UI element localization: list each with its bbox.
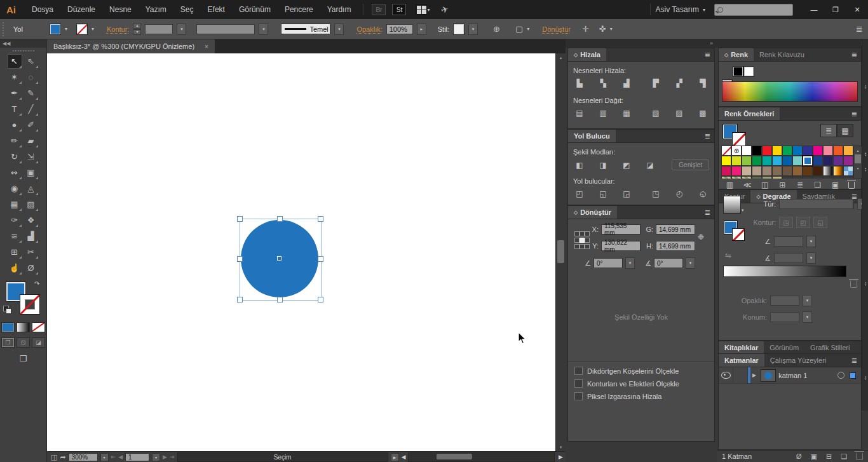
swatch[interactable] — [792, 146, 803, 156]
aspect-ratio-dropdown-icon[interactable]: ▾ — [806, 252, 816, 264]
swatch[interactable] — [782, 166, 792, 176]
swatch[interactable] — [721, 166, 731, 176]
drag-grip[interactable] — [3, 22, 7, 36]
expand-layer-icon[interactable]: ▶ — [750, 372, 758, 378]
gradient-angle-dropdown-icon[interactable]: ▾ — [806, 236, 816, 247]
swatch[interactable] — [731, 176, 742, 179]
gradient-type-select[interactable] — [779, 199, 854, 209]
stroke-dropdown-icon[interactable]: ▾ — [92, 26, 94, 32]
zoom-tool[interactable]: Ø — [24, 261, 39, 275]
stop-location-dropdown-icon[interactable]: ▾ — [803, 311, 812, 323]
menu-item[interactable]: Yazım — [139, 5, 173, 14]
selection-handle[interactable] — [237, 216, 243, 222]
align-left-icon[interactable]: ▙ — [573, 78, 586, 88]
swatch[interactable] — [833, 156, 843, 166]
swatch[interactable] — [731, 156, 742, 166]
gpu-performance-icon[interactable]: ✈ — [440, 4, 450, 16]
hand-tool[interactable]: ☝ — [7, 261, 22, 275]
layer-thumbnail[interactable] — [761, 369, 776, 382]
scroll-down-icon[interactable]: ▾ — [854, 164, 862, 172]
resize-arrows-icon[interactable]: ▴▾ — [863, 151, 868, 156]
height-input[interactable]: 14,699 mm — [656, 241, 695, 251]
swatch[interactable] — [803, 146, 813, 156]
fill-stroke-indicator[interactable] — [722, 124, 748, 147]
selection-handle[interactable] — [277, 216, 283, 222]
control-panel-menu-icon[interactable]: ≣ — [856, 24, 863, 34]
scroll-down-icon[interactable]: ▾ — [556, 443, 566, 451]
scroll-right-icon[interactable]: ▶ — [559, 454, 563, 460]
stroke-weight-dropdown-icon[interactable]: ▾ — [177, 24, 186, 35]
locate-object-icon[interactable]: Ø — [796, 452, 802, 460]
stock-button[interactable]: St — [392, 4, 406, 15]
width-tool[interactable]: ↭ — [7, 165, 22, 180]
swatch[interactable] — [813, 176, 823, 179]
minus-back-icon[interactable]: ◵ — [696, 189, 709, 199]
width-input[interactable]: 14,699 mm — [656, 224, 695, 234]
new-color-group-icon[interactable]: ⊞ — [778, 180, 787, 190]
brush-definition-select[interactable]: Temel — [281, 24, 330, 34]
type-tool[interactable]: T — [7, 102, 22, 116]
bridge-button[interactable]: Br — [372, 4, 386, 15]
panel-menu-icon[interactable]: ≣ — [705, 206, 714, 219]
grid-view-icon[interactable]: ▦ — [837, 124, 853, 137]
selection-handle[interactable] — [277, 297, 283, 302]
prev-artboard-icon[interactable]: ◀ — [118, 454, 123, 460]
collapse-panels-button[interactable]: » — [717, 39, 868, 48]
swatch[interactable] — [823, 156, 833, 166]
gradient-along-stroke-icon[interactable]: ◰ — [796, 217, 810, 228]
toolbar-collapse-button[interactable]: ◀◀ — [0, 39, 46, 48]
swatch[interactable] — [792, 166, 803, 176]
swatch[interactable] — [803, 176, 813, 179]
swatch[interactable] — [782, 176, 792, 179]
swatch[interactable]: ⊕ — [731, 146, 742, 156]
delete-layer-icon[interactable] — [856, 453, 863, 460]
library-open-icon[interactable]: ◫ — [760, 180, 770, 190]
swatch-scrollbar[interactable]: ▴ ▾ — [853, 146, 862, 179]
minus-front-icon[interactable]: ◨ — [597, 160, 609, 170]
free-transform-tool[interactable]: ▣ — [24, 165, 39, 180]
rotate-select[interactable]: 0° — [593, 258, 623, 268]
direct-selection-tool[interactable]: ⇖ — [24, 54, 39, 69]
swatch[interactable] — [833, 166, 843, 176]
menu-item[interactable]: Efekt — [201, 5, 232, 14]
gradient-within-stroke-icon[interactable]: ◳ — [779, 217, 793, 228]
swatch[interactable] — [721, 146, 731, 156]
layer-row[interactable]: ▶ katman 1 — [719, 367, 861, 384]
checkbox[interactable] — [574, 379, 583, 388]
eraser-tool[interactable]: ▰ — [24, 133, 39, 148]
selection-center-point[interactable] — [278, 257, 281, 260]
swatch[interactable] — [762, 146, 772, 156]
zoom-level-select[interactable]: 300% — [69, 453, 98, 461]
menu-item[interactable]: Seç — [173, 5, 201, 14]
select-similar-dropdown-icon[interactable]: ▾ — [527, 26, 529, 32]
swap-fill-stroke-icon[interactable]: ↷ — [34, 280, 39, 287]
new-swatch-icon[interactable]: ▣ — [831, 180, 840, 190]
toolbar-grip[interactable] — [13, 50, 34, 53]
resize-arrows-icon[interactable]: ▴▾ — [863, 281, 868, 286]
canvas[interactable] — [47, 53, 555, 451]
tab-pathfinder[interactable]: Yol Bulucu — [568, 130, 616, 142]
stroke-weight-stepper[interactable]: ▴▾ — [133, 23, 141, 35]
preview-toggle-icon[interactable]: ◫ — [51, 453, 57, 461]
stroke-weight-link[interactable]: Kontur: — [107, 25, 129, 33]
new-sublayer-icon[interactable]: ⊟ — [826, 452, 832, 461]
swatch[interactable] — [843, 176, 853, 179]
reference-point-selector[interactable] — [574, 231, 588, 249]
horizontal-scrollbar[interactable] — [408, 452, 555, 462]
swatch[interactable] — [813, 156, 823, 166]
swatch[interactable] — [792, 156, 803, 166]
stroke-color-swatch[interactable] — [76, 24, 88, 35]
tab-close-icon[interactable]: × — [205, 43, 208, 50]
export-status-icon[interactable]: ➦ — [60, 453, 65, 461]
stroke-none-swatch[interactable] — [732, 228, 745, 241]
selection-tool[interactable]: ↖ — [7, 54, 22, 69]
color-themes-icon[interactable]: ≪ — [743, 180, 752, 190]
shear-select[interactable]: 0° — [654, 258, 683, 268]
swatch[interactable] — [843, 146, 853, 156]
swatch-options-icon[interactable]: ≣ — [796, 180, 805, 190]
fill-dropdown-icon[interactable]: ▾ — [65, 26, 67, 32]
delete-swatch-icon[interactable] — [848, 182, 855, 189]
swatch[interactable] — [772, 146, 782, 156]
vertical-scrollbar[interactable]: ▴ ▾ — [555, 53, 566, 451]
menu-item[interactable]: Nesne — [102, 5, 139, 14]
